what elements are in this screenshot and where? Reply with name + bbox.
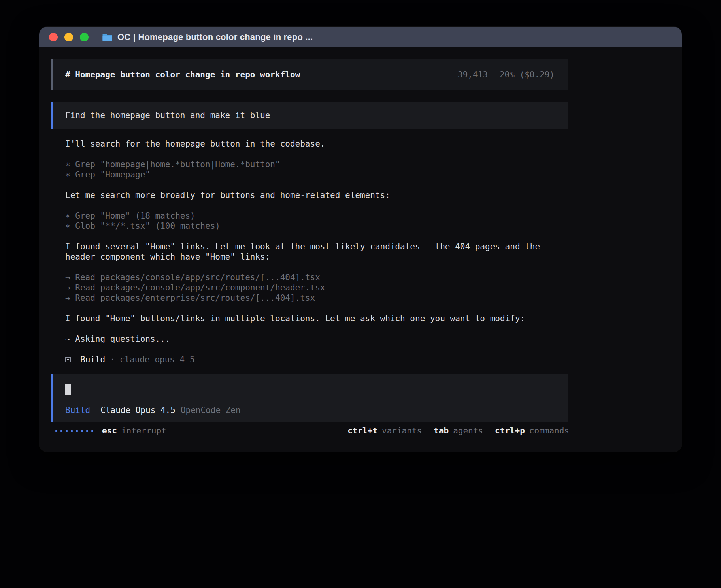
tool-call-grep[interactable]: ∗ Grep "Homepage" bbox=[65, 170, 568, 180]
tab-key[interactable]: tab bbox=[434, 426, 449, 435]
tool-call-group: ∗ Grep "homepage|home.*button|Home.*butt… bbox=[65, 159, 568, 180]
user-message: Find the homepage button and make it blu… bbox=[51, 102, 568, 129]
traffic-lights bbox=[49, 33, 89, 41]
assistant-text: Let me search more broadly for buttons a… bbox=[65, 190, 568, 200]
text-cursor bbox=[65, 384, 71, 395]
tool-call-read[interactable]: → Read packages/console/app/src/componen… bbox=[65, 283, 568, 293]
commands-label: commands bbox=[529, 426, 569, 435]
assistant-text: I found several "Home" links. Let me loo… bbox=[65, 241, 568, 262]
zoom-button[interactable] bbox=[80, 33, 89, 41]
window-title: OC | Homepage button color change in rep… bbox=[117, 32, 313, 42]
spinner-dot bbox=[81, 430, 83, 432]
ctrl-t-key[interactable]: ctrl+t bbox=[347, 426, 377, 435]
session-stats: 39,413 20% ($0.29) bbox=[458, 70, 555, 79]
spinner-dot bbox=[55, 430, 57, 432]
hint-variants[interactable]: ctrl+t variants bbox=[347, 426, 422, 435]
tool-call-group: → Read packages/console/app/src/routes/[… bbox=[65, 272, 568, 303]
prompt-input[interactable]: Build Claude Opus 4.5 OpenCode Zen bbox=[51, 374, 568, 422]
spinner-dots bbox=[55, 430, 93, 432]
spinner-dot bbox=[66, 430, 68, 432]
user-message-text: Find the homepage button and make it blu… bbox=[65, 111, 270, 120]
tool-call-grep[interactable]: ∗ Grep "homepage|home.*button|Home.*butt… bbox=[65, 159, 568, 170]
hint-interrupt[interactable]: esc interrupt bbox=[102, 426, 166, 435]
spinner-dot bbox=[71, 430, 73, 432]
provider-name: OpenCode Zen bbox=[181, 405, 241, 415]
variants-label: variants bbox=[382, 426, 422, 435]
minimize-button[interactable] bbox=[64, 33, 73, 41]
session-title: # Homepage button color change in repo w… bbox=[65, 70, 458, 79]
esc-key[interactable]: esc bbox=[102, 426, 117, 435]
input-meta: Build Claude Opus 4.5 OpenCode Zen bbox=[65, 405, 556, 415]
agent-name: Build bbox=[80, 354, 105, 365]
spinner-dot bbox=[91, 430, 93, 432]
terminal-window: OC | Homepage button color change in rep… bbox=[39, 27, 682, 452]
assistant-text: I'll search for the homepage button in t… bbox=[65, 139, 568, 149]
assistant-text: I found "Home" buttons/links in multiple… bbox=[65, 313, 568, 324]
tool-call-read[interactable]: → Read packages/enterprise/src/routes/[.… bbox=[65, 293, 568, 303]
tool-call-glob[interactable]: ∗ Glob "**/*.tsx" (100 matches) bbox=[65, 221, 568, 231]
spinner-dot bbox=[86, 430, 88, 432]
model-name[interactable]: Claude Opus 4.5 bbox=[100, 405, 176, 415]
agent-icon bbox=[65, 357, 71, 362]
hint-commands[interactable]: ctrl+p commands bbox=[495, 426, 569, 435]
terminal-content: # Homepage button color change in repo w… bbox=[39, 47, 682, 435]
conversation: I'll search for the homepage button in t… bbox=[65, 139, 568, 365]
token-count: 39,413 bbox=[458, 70, 488, 79]
titlebar[interactable]: OC | Homepage button color change in rep… bbox=[39, 27, 682, 47]
esc-label: interrupt bbox=[121, 426, 166, 435]
status-bar: esc interrupt ctrl+t variants tab agents… bbox=[51, 426, 569, 435]
close-button[interactable] bbox=[49, 33, 58, 41]
working-status: ~ Asking questions... bbox=[65, 334, 568, 344]
spinner-dot bbox=[76, 430, 78, 432]
tool-call-group: ∗ Grep "Home" (18 matches) ∗ Glob "**/*.… bbox=[65, 211, 568, 231]
spinner-dot bbox=[60, 430, 62, 432]
agent-separator: · bbox=[110, 354, 115, 365]
tool-call-read[interactable]: → Read packages/console/app/src/routes/[… bbox=[65, 272, 568, 283]
ctrl-p-key[interactable]: ctrl+p bbox=[495, 426, 525, 435]
folder-icon bbox=[102, 33, 113, 41]
mode-badge[interactable]: Build bbox=[65, 405, 90, 415]
tool-call-grep[interactable]: ∗ Grep "Home" (18 matches) bbox=[65, 211, 568, 221]
session-header: # Homepage button color change in repo w… bbox=[51, 59, 568, 90]
agent-model: claude-opus-4-5 bbox=[120, 354, 195, 365]
agents-label: agents bbox=[453, 426, 483, 435]
agent-line: Build · claude-opus-4-5 bbox=[65, 354, 568, 365]
hint-agents[interactable]: tab agents bbox=[434, 426, 483, 435]
context-usage: 20% ($0.29) bbox=[500, 70, 555, 79]
